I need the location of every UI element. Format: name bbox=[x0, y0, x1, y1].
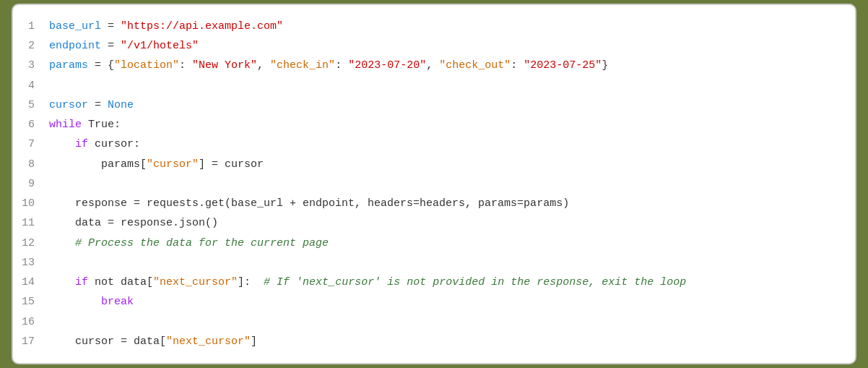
token: params[ bbox=[49, 158, 147, 171]
token: endpoint bbox=[49, 40, 101, 52]
line-content: params = {"location": "New York", "check… bbox=[43, 56, 855, 75]
token bbox=[49, 296, 101, 308]
token: True: bbox=[82, 119, 121, 131]
line-number: 10 bbox=[13, 194, 43, 213]
token: break bbox=[101, 296, 134, 308]
token: ]: bbox=[238, 276, 264, 288]
token bbox=[49, 237, 75, 249]
code-line: 4 bbox=[13, 76, 855, 95]
token: if bbox=[75, 276, 88, 288]
line-content: endpoint = "/v1/hotels" bbox=[43, 36, 855, 56]
line-number: 12 bbox=[13, 234, 43, 253]
code-line: 17 cursor = data["next_cursor"] bbox=[13, 332, 855, 351]
code-line: 10 response = requests.get(base_url + en… bbox=[13, 194, 855, 213]
token: params bbox=[49, 59, 88, 72]
token: "next_cursor" bbox=[153, 276, 238, 288]
token: cursor: bbox=[88, 138, 140, 150]
line-number: 6 bbox=[13, 115, 43, 134]
line-content: data = response.json() bbox=[43, 213, 855, 233]
line-number: 9 bbox=[13, 174, 43, 194]
code-block: 1base_url = "https://api.example.com"2en… bbox=[13, 17, 855, 351]
code-line: 11 data = response.json() bbox=[13, 213, 855, 233]
token: : bbox=[335, 59, 348, 72]
code-line: 3params = {"location": "New York", "chec… bbox=[13, 56, 855, 75]
token: "2023-07-25" bbox=[524, 59, 602, 72]
line-number: 7 bbox=[13, 134, 43, 154]
line-number: 3 bbox=[13, 56, 43, 75]
token: if bbox=[75, 138, 88, 150]
token: ] = cursor bbox=[199, 158, 264, 171]
line-content: # Process the data for the current page bbox=[43, 234, 855, 253]
line-content: cursor = data["next_cursor"] bbox=[43, 332, 855, 351]
line-content: base_url = "https://api.example.com" bbox=[43, 17, 855, 36]
token: "check_in" bbox=[270, 59, 335, 72]
line-content bbox=[43, 253, 855, 273]
code-line: 5cursor = None bbox=[13, 95, 855, 115]
code-line: 15 break bbox=[13, 292, 855, 312]
line-content: params["cursor"] = cursor bbox=[43, 155, 855, 174]
token: cursor bbox=[49, 99, 88, 111]
token: "cursor" bbox=[147, 158, 199, 171]
token: "https://api.example.com" bbox=[121, 20, 283, 33]
token: = bbox=[101, 40, 121, 52]
line-content: cursor = None bbox=[43, 95, 855, 115]
token: = { bbox=[88, 59, 114, 72]
line-number: 5 bbox=[13, 95, 43, 115]
code-line: 7 if cursor: bbox=[13, 134, 855, 154]
line-number: 16 bbox=[13, 312, 43, 332]
line-number: 15 bbox=[13, 292, 43, 312]
code-editor-window: 1base_url = "https://api.example.com"2en… bbox=[12, 4, 856, 364]
token: "next_cursor" bbox=[166, 335, 251, 348]
line-content: break bbox=[43, 292, 855, 312]
line-number: 2 bbox=[13, 36, 43, 56]
line-content bbox=[43, 76, 855, 95]
token: # Process the data for the current page bbox=[75, 237, 329, 249]
token: , bbox=[257, 59, 270, 72]
token: = bbox=[101, 20, 121, 33]
line-content: if not data["next_cursor"]: # If 'next_c… bbox=[43, 273, 855, 292]
token bbox=[49, 138, 75, 150]
line-content: response = requests.get(base_url + endpo… bbox=[43, 194, 855, 213]
code-line: 6while True: bbox=[13, 115, 855, 134]
line-content bbox=[43, 312, 855, 332]
token: : bbox=[179, 59, 192, 72]
code-line: 16 bbox=[13, 312, 855, 332]
line-content: while True: bbox=[43, 115, 855, 134]
token: while bbox=[49, 119, 82, 131]
token: cursor = data[ bbox=[49, 335, 166, 348]
token: "/v1/hotels" bbox=[121, 40, 199, 52]
token: "New York" bbox=[192, 59, 257, 72]
line-content bbox=[43, 174, 855, 194]
code-line: 13 bbox=[13, 253, 855, 273]
line-number: 14 bbox=[13, 273, 43, 292]
code-line: 2endpoint = "/v1/hotels" bbox=[13, 36, 855, 56]
line-number: 17 bbox=[13, 332, 43, 351]
line-number: 4 bbox=[13, 76, 43, 95]
token: not data[ bbox=[88, 276, 153, 288]
token: "check_out" bbox=[439, 59, 511, 72]
token: "location" bbox=[114, 59, 179, 72]
code-line: 8 params["cursor"] = cursor bbox=[13, 155, 855, 174]
token: , bbox=[426, 59, 439, 72]
token: # If 'next_cursor' is not provided in th… bbox=[264, 276, 686, 288]
code-line: 9 bbox=[13, 174, 855, 194]
token: ] bbox=[251, 335, 257, 348]
token: : bbox=[511, 59, 524, 72]
token: None bbox=[108, 99, 134, 111]
code-line: 1base_url = "https://api.example.com" bbox=[13, 17, 855, 36]
line-content: if cursor: bbox=[43, 134, 855, 154]
line-number: 8 bbox=[13, 155, 43, 174]
token: "2023-07-20" bbox=[348, 59, 426, 72]
line-number: 1 bbox=[13, 17, 43, 36]
token: = bbox=[88, 99, 108, 111]
line-number: 13 bbox=[13, 253, 43, 273]
line-number: 11 bbox=[13, 213, 43, 233]
token: data = response.json() bbox=[49, 217, 218, 229]
token: base_url bbox=[49, 20, 101, 33]
token bbox=[49, 276, 75, 288]
token: } bbox=[602, 59, 608, 72]
code-line: 14 if not data["next_cursor"]: # If 'nex… bbox=[13, 273, 855, 292]
code-line: 12 # Process the data for the current pa… bbox=[13, 234, 855, 253]
token: response = requests.get(base_url + endpo… bbox=[49, 197, 569, 210]
